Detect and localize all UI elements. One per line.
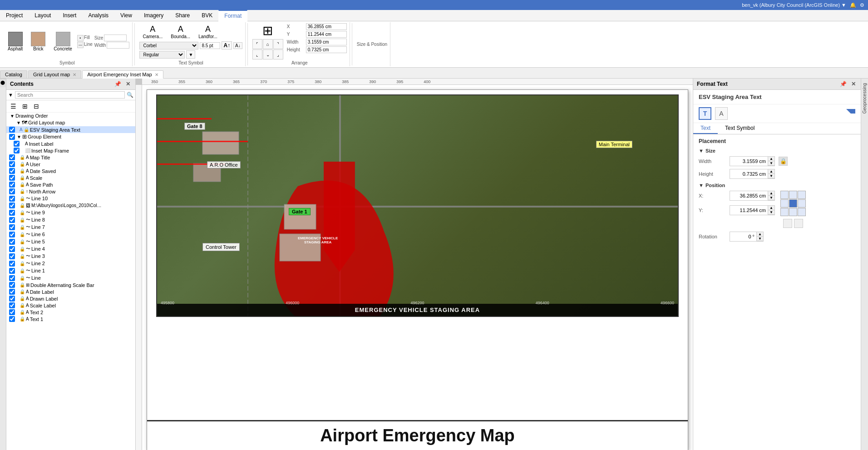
height-down-btn[interactable]: ▼ [768,174,774,178]
y-spinner-input[interactable] [730,205,768,215]
line-checkbox[interactable] [9,275,15,281]
tab-format[interactable]: Format [218,10,247,21]
x-down-btn[interactable]: ▼ [768,196,774,200]
tab-catalog[interactable]: Catalog [0,70,27,78]
tree-item-line3[interactable]: 🔒 〜 Line 3 [6,252,135,260]
x-value-input[interactable]: 36.2855 cm [306,23,347,30]
font-style-select[interactable]: Regular [139,51,185,59]
tab-imagery[interactable]: Imagery [138,10,169,21]
anchor-tr[interactable] [798,191,806,199]
format-icon-text[interactable]: T [699,107,711,120]
user-checkbox[interactable] [9,161,15,167]
drawing-order-expand[interactable]: ▼ [9,114,15,119]
text2-checkbox[interactable] [9,309,15,315]
format-tab-text[interactable]: Text [693,123,718,134]
anchor-tl[interactable] [780,191,789,199]
list-view-btn[interactable]: ☰ [8,101,19,111]
tree-item-user[interactable]: 🔒 A User [6,161,135,168]
width-up-btn[interactable]: ▲ [768,157,774,161]
tree-item-line8[interactable]: 🔒 〜 Line 8 [6,216,135,223]
date-saved-checkbox[interactable] [9,168,15,174]
search-icon[interactable]: 🔍 [127,92,133,98]
brick-btn[interactable]: Brick [28,30,49,53]
image-path-checkbox[interactable] [9,203,15,208]
line3-checkbox[interactable] [9,253,15,259]
width-down-btn[interactable]: ▼ [768,161,774,166]
tab-project[interactable]: Project [0,10,29,21]
grid-layout-expand[interactable]: ▼ [15,120,22,125]
tree-item-date-saved[interactable]: 🔒 A Date Saved [6,168,135,174]
tab-bvk[interactable]: BVK [196,10,218,21]
grid-layout-tab-close[interactable]: ✕ [73,72,76,77]
tree-item-drawn-label[interactable]: 🔒 A Drawn Label [6,295,135,302]
x-up-btn[interactable]: ▲ [768,191,774,196]
map-area[interactable]: 350 355 360 365 370 375 380 385 390 395 … [136,79,693,450]
font-color-btn[interactable]: ▼ [186,50,195,59]
anchor-bc[interactable] [789,208,797,216]
anchor-alt-btn[interactable] [783,219,792,228]
save-path-checkbox[interactable] [9,182,15,188]
y-down-btn[interactable]: ▼ [768,210,774,215]
align-bc[interactable]: ⌄ [263,49,273,59]
anchor-mc[interactable] [789,199,797,208]
anchor-ml[interactable] [780,199,789,208]
y-up-btn[interactable]: ▲ [768,206,774,210]
esv-staging-checkbox[interactable] [9,127,15,133]
tree-item-north-arrow[interactable]: 🔒 ↑ North Arrow [6,188,135,195]
line7-checkbox[interactable] [9,224,15,230]
drawn-label-checkbox[interactable] [9,296,15,302]
map-title-checkbox[interactable] [9,154,15,160]
align-br[interactable]: ⌟ [273,49,283,59]
tree-item-line4[interactable]: 🔒 〜 Line 4 [6,245,135,252]
tree-item-group-element[interactable]: ▼ ⊞ Group Element [6,133,135,140]
fill-icon[interactable]: ▪ [77,35,84,41]
format-collapse-icon[interactable] [846,109,855,118]
inset-label-checkbox[interactable] [14,141,20,147]
rotation-up-btn[interactable]: ▲ [757,232,763,237]
boundary-btn[interactable]: A Bounda... [168,23,193,40]
align-tr[interactable]: ⌝ [273,39,283,49]
group-expand[interactable]: ▼ [16,134,22,139]
scale-label-checkbox[interactable] [9,302,15,308]
tree-item-scale-bar[interactable]: 🔒 ⊞ Double Alternating Scale Bar [6,282,135,288]
anchor-mr[interactable] [798,199,806,208]
tree-item-esv-staging[interactable]: A 🔒 ESV Staging Area Text [6,126,135,133]
anchor-br[interactable] [798,208,806,216]
panel-pin-btn[interactable]: 📌 [113,80,123,88]
tree-item-text1[interactable]: 🔒 A Text 1 [6,316,135,322]
tree-item-scale[interactable]: 🔒 A Scale [6,174,135,181]
line9-checkbox[interactable] [9,210,15,216]
tree-item-line9[interactable]: 🔒 〜 Line 9 [6,209,135,216]
tree-item-image-path[interactable]: 🔒 🖼 M:\Albury\logos\Logos_2010\Colour\Bo… [6,202,135,209]
height-value-input[interactable]: 0.7325 cm [306,46,347,53]
collapse-all-btn[interactable]: ⊟ [31,101,41,111]
tree-item-line1[interactable]: 🔒 〜 Line 1 [6,267,135,274]
tab-share[interactable]: Share [169,10,196,21]
font-name-select[interactable]: Corbel [139,42,198,49]
settings-icon[interactable]: ⚙ [860,2,864,8]
format-panel-close-btn[interactable]: ✕ [850,80,857,88]
airport-inset-tab-close[interactable]: ✕ [155,72,158,77]
align-bl[interactable]: ⌞ [252,49,262,59]
tree-item-scale-label[interactable]: 🔒 A Scale Label [6,302,135,309]
panel-close-btn[interactable]: ✕ [124,80,132,88]
format-icon-symbol[interactable]: A [715,107,728,120]
tree-item-line[interactable]: 🔒 〜 Line [6,274,135,282]
align-distribute-icon[interactable]: ⊞ [262,23,273,38]
scale-checkbox[interactable] [9,175,15,181]
tab-analysis[interactable]: Analysis [82,10,114,21]
tree-item-inset-map-frame[interactable]: ⬜ Inset Map Frame [6,147,135,154]
tree-item-date-label[interactable]: 🔒 A Date Label [6,288,135,295]
sidebar-tab-vert[interactable]: ⬤ [0,79,6,87]
height-up-btn[interactable]: ▲ [768,169,774,174]
y-value-input[interactable]: 11.2544 cm [306,31,347,38]
size-input[interactable] [104,35,127,41]
expand-all-btn[interactable]: ⊞ [20,101,30,111]
line10-checkbox[interactable] [9,196,15,202]
tree-item-line5[interactable]: 🔒 〜 Line 5 [6,238,135,245]
tree-item-map-title[interactable]: 🔒 A Map Title [6,154,135,161]
position-section-title[interactable]: ▼ Position [699,183,855,188]
line2-checkbox[interactable] [9,261,15,267]
tab-view[interactable]: View [114,10,138,21]
width-input-sym[interactable] [107,42,129,49]
